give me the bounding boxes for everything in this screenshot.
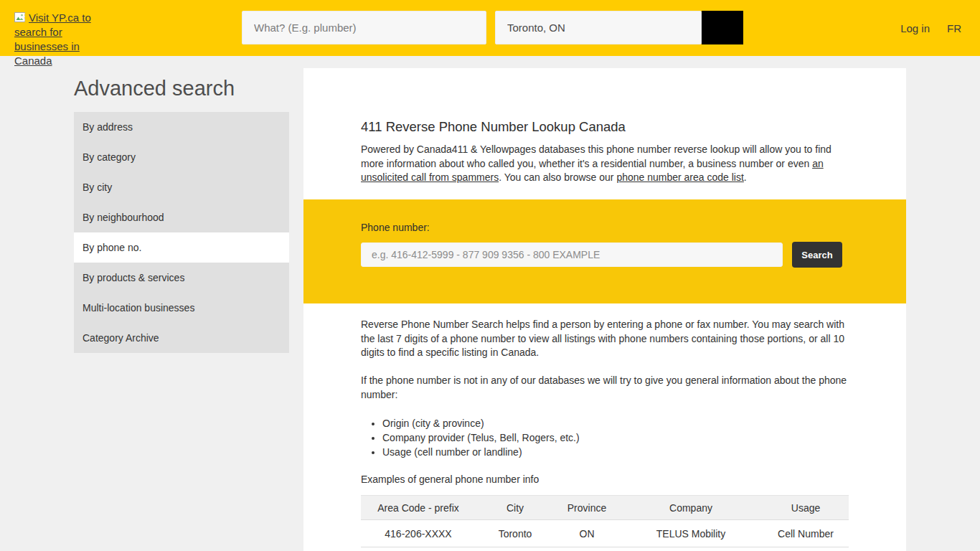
sidebar-item-by-address[interactable]: By address — [74, 112, 289, 142]
intro-paragraph: Powered by Canada411 & Yellowpages datab… — [361, 143, 850, 185]
sidebar-item-by-phone-no[interactable]: By phone no. — [74, 232, 289, 263]
top-header: Visit YP.ca to search for businesses in … — [0, 0, 980, 56]
table-header-row: Area Code - prefix City Province Company… — [361, 496, 849, 520]
main-panel: 411 Reverse Phone Number Lookup Canada P… — [303, 68, 906, 551]
description-paragraph-1: Reverse Phone Number Search helps find a… — [361, 318, 850, 360]
what-search-input[interactable] — [242, 11, 486, 44]
broken-image-icon — [14, 12, 27, 23]
yp-logo-link[interactable]: Visit YP.ca to search for businesses in … — [14, 11, 99, 68]
intro-text-1: Powered by Canada411 & Yellowpages datab… — [361, 143, 831, 169]
examples-table: Area Code - prefix City Province Company… — [361, 495, 849, 547]
advanced-search-title: Advanced search — [74, 77, 235, 100]
sidebar-item-by-neighbourhood[interactable]: By neighbourhood — [74, 202, 289, 232]
sidebar-item-by-products-services[interactable]: By products & services — [74, 263, 289, 293]
sidebar-item-by-city[interactable]: By city — [74, 172, 289, 202]
table-row: 416-206-XXXX Toronto ON TELUS Mobility C… — [361, 520, 849, 547]
description-paragraph-2: If the phone number is not in any of our… — [361, 374, 850, 402]
bullet-usage: Usage (cell number or landline) — [382, 446, 827, 460]
col-header-province: Province — [555, 496, 619, 520]
page-title: 411 Reverse Phone Number Lookup Canada — [361, 119, 626, 135]
cell-area-code-prefix: 416-206-XXXX — [361, 520, 476, 547]
page: Visit YP.ca to search for businesses in … — [0, 0, 980, 551]
bullet-company-provider: Company provider (Telus, Bell, Rogers, e… — [382, 431, 827, 446]
where-search-input[interactable] — [495, 11, 702, 44]
sidebar-item-multi-location-businesses[interactable]: Multi-location businesses — [74, 293, 289, 323]
cell-province: ON — [555, 520, 619, 547]
area-code-list-link[interactable]: phone number area code list — [616, 171, 743, 183]
col-header-area-code-prefix: Area Code - prefix — [361, 496, 476, 520]
phone-number-input[interactable] — [361, 242, 783, 267]
examples-caption: Examples of general phone number info — [361, 474, 539, 485]
cell-city: Toronto — [476, 520, 555, 547]
header-search-button[interactable] — [702, 11, 743, 44]
col-header-company: Company — [619, 496, 763, 520]
col-header-city: City — [476, 496, 555, 520]
bullet-origin: Origin (city & province) — [382, 417, 827, 431]
phone-lookup-box: Phone number: Search — [303, 199, 906, 303]
col-header-usage: Usage — [763, 496, 849, 520]
cell-company: TELUS Mobility — [619, 520, 763, 547]
sidebar-item-by-category[interactable]: By category — [74, 142, 289, 172]
sidebar-item-category-archive[interactable]: Category Archive — [74, 323, 289, 353]
info-bullet-list: Origin (city & province) Company provide… — [361, 417, 827, 459]
login-link[interactable]: Log in — [900, 22, 930, 34]
intro-text-3: . — [744, 171, 747, 183]
cell-usage: Cell Number — [763, 520, 849, 547]
phone-number-label: Phone number: — [361, 222, 430, 233]
intro-text-2: . You can also browse our — [499, 171, 616, 183]
header-links: Log in FR — [900, 22, 961, 34]
advanced-search-menu: By address By category By city By neighb… — [74, 112, 289, 353]
language-toggle-link[interactable]: FR — [947, 22, 961, 34]
phone-search-button[interactable]: Search — [792, 242, 842, 268]
